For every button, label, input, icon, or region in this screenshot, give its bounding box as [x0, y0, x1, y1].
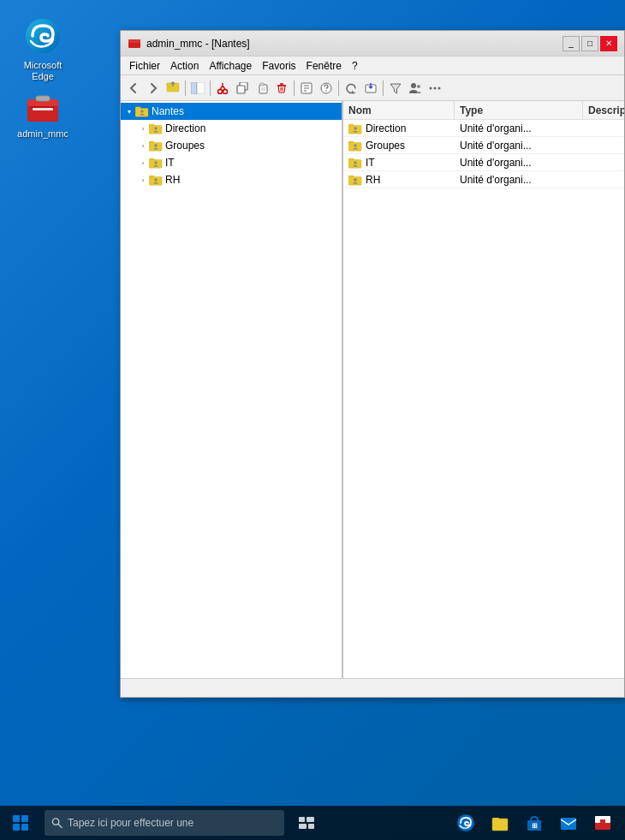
chevron-nantes: ▾: [124, 106, 134, 116]
toolbar-cut[interactable]: [213, 79, 232, 98]
col-nom[interactable]: Nom: [343, 101, 455, 119]
table-row[interactable]: IT Unité d'organi...: [343, 154, 624, 171]
tree-item-nantes[interactable]: ▾ Nantes: [121, 103, 342, 120]
toolbar-copy[interactable]: [233, 79, 252, 98]
cell-nom-it: IT: [343, 155, 455, 170]
tree-label-rh: RH: [165, 174, 180, 186]
minimize-button[interactable]: _: [562, 36, 580, 51]
svg-point-63: [52, 819, 58, 825]
chevron-groupes: ›: [138, 140, 148, 151]
svg-rect-4: [31, 106, 55, 108]
windows-logo-icon: [13, 815, 28, 831]
toolbar-filter[interactable]: [386, 79, 405, 98]
cell-type-rh: Unité d'organi...: [455, 172, 583, 188]
mmc-window: admin_mmc - [Nantes] _ □ ✕ Fichier Actio…: [120, 30, 625, 698]
toolbar-sep-5: [383, 80, 384, 96]
toolbar-users[interactable]: [406, 79, 425, 98]
menu-affichage[interactable]: Affichage: [204, 58, 257, 74]
svg-point-25: [434, 86, 437, 89]
toolbar-refresh[interactable]: [342, 79, 360, 98]
menu-fenetre[interactable]: Fenêtre: [301, 58, 347, 74]
toolbar-delete[interactable]: [272, 79, 291, 98]
taskbar-store-icon[interactable]: ⊞: [519, 806, 550, 840]
toolbar-back[interactable]: [124, 79, 143, 98]
tree-icon-groupes: [149, 139, 163, 152]
chevron-direction: ›: [138, 123, 148, 134]
chevron-it: ›: [138, 158, 148, 168]
svg-point-54: [354, 144, 357, 147]
svg-rect-74: [561, 818, 576, 830]
toolbar-forward[interactable]: [144, 79, 163, 98]
taskbar-explorer-icon[interactable]: [485, 806, 515, 840]
svg-rect-77: [600, 819, 605, 826]
maximize-button[interactable]: □: [581, 36, 598, 51]
task-view-button[interactable]: [291, 806, 322, 840]
toolbar-sep-1: [185, 80, 186, 96]
mail-taskbar-icon: [559, 813, 578, 832]
tree-label-it: IT: [165, 157, 175, 169]
table-row[interactable]: Direction Unité d'organi...: [343, 120, 624, 137]
tree-item-direction[interactable]: › Direction: [121, 120, 342, 137]
content-area: ▾ Nantes ›: [121, 101, 624, 678]
toolbar-export[interactable]: [361, 79, 380, 98]
search-input[interactable]: [68, 817, 277, 829]
title-bar: admin_mmc - [Nantes] _ □ ✕: [121, 31, 624, 57]
cell-type-direction: Unité d'organi...: [455, 121, 583, 136]
svg-point-13: [223, 89, 228, 93]
svg-rect-10: [191, 82, 197, 94]
svg-point-46: [154, 178, 158, 182]
desktop-icon-admin-mmc[interactable]: admin_mmc: [9, 77, 77, 146]
taskbar-mail-icon[interactable]: [553, 806, 584, 840]
admin-mmc-icon-label: admin_mmc: [17, 128, 68, 140]
svg-point-58: [354, 161, 357, 164]
toolbar: [121, 75, 624, 101]
details-header: Nom Type Description: [343, 101, 624, 120]
cell-nom-direction: Direction: [343, 121, 455, 136]
edge-icon: [22, 15, 63, 57]
svg-rect-67: [308, 824, 314, 829]
toolbar-show-hide[interactable]: [188, 79, 207, 98]
admin-mmc-icon: [22, 84, 63, 125]
svg-point-20: [325, 90, 327, 92]
menu-action[interactable]: Action: [165, 58, 204, 74]
toolbar-up[interactable]: [164, 79, 182, 98]
desktop: Microsoft Edge admin_mmc: [0, 0, 625, 806]
toolbar-more[interactable]: [426, 79, 444, 98]
tree-label-direction: Direction: [165, 122, 205, 134]
menu-favoris[interactable]: Favoris: [257, 58, 301, 74]
taskbar-icons: ⊞: [450, 806, 625, 840]
title-bar-left: admin_mmc - [Nantes]: [128, 37, 250, 51]
start-button[interactable]: [0, 806, 41, 840]
taskbar-shield-icon[interactable]: [587, 806, 618, 840]
toolbar-paste[interactable]: [253, 79, 271, 98]
cell-type-it: Unité d'organi...: [455, 155, 583, 170]
menu-fichier[interactable]: Fichier: [124, 58, 165, 74]
svg-rect-7: [128, 39, 140, 43]
cell-nom-rh: RH: [343, 172, 455, 188]
tree-icon-nantes: [135, 104, 149, 118]
svg-rect-65: [307, 817, 314, 822]
table-row[interactable]: Groupes Unité d'organi...: [343, 137, 624, 154]
search-icon: [51, 817, 62, 829]
close-button[interactable]: ✕: [600, 36, 617, 51]
svg-point-42: [154, 161, 158, 164]
tree-item-groupes[interactable]: › Groupes: [121, 137, 342, 154]
svg-point-34: [154, 127, 158, 130]
svg-point-30: [140, 110, 144, 113]
taskbar-edge-icon[interactable]: [450, 806, 481, 840]
menu-help[interactable]: ?: [347, 58, 363, 74]
tree-panel: ▾ Nantes ›: [121, 101, 343, 678]
svg-rect-11: [197, 82, 205, 94]
toolbar-properties[interactable]: [297, 79, 316, 98]
tree-item-it[interactable]: › IT: [121, 154, 342, 171]
col-description[interactable]: Description: [583, 101, 624, 119]
table-row[interactable]: RH Unité d'organi...: [343, 171, 624, 188]
svg-rect-15: [237, 86, 245, 93]
toolbar-sep-3: [294, 80, 295, 96]
window-title: admin_mmc - [Nantes]: [146, 38, 250, 50]
tree-item-rh[interactable]: › RH: [121, 171, 342, 188]
col-type[interactable]: Type: [455, 101, 583, 119]
taskbar-search[interactable]: [45, 810, 284, 836]
svg-rect-5: [33, 108, 53, 110]
toolbar-help[interactable]: [317, 79, 336, 98]
